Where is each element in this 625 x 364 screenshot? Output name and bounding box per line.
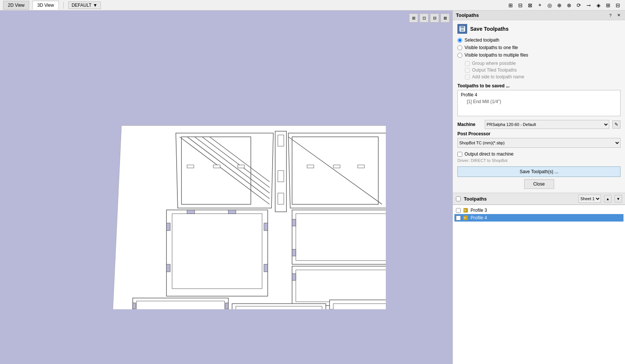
toolbar-icon-6[interactable]: ⊕ xyxy=(555,1,564,9)
output-direct-label: Output direct to machine xyxy=(465,151,514,157)
board-3d-view xyxy=(67,66,386,309)
toolpaths-section-title: Toolpaths xyxy=(464,196,576,202)
machine-select[interactable]: PRSalpha 120-60 - Default xyxy=(485,120,609,129)
toolbar-icon-4[interactable]: ⌖ xyxy=(536,1,544,9)
svg-rect-23 xyxy=(166,223,170,231)
svg-rect-16 xyxy=(358,165,364,168)
machine-row: Machine PRSalpha 120-60 - Default ✎ xyxy=(457,120,621,129)
svg-rect-10 xyxy=(238,165,244,168)
checkbox-label-3: Add side to toolpath name xyxy=(472,74,524,79)
toolpath-name-profile4: Profile 4 xyxy=(471,215,487,220)
checkbox-label-1: Group where possible xyxy=(472,61,516,66)
help-icon[interactable]: ? xyxy=(607,12,614,19)
svg-rect-27 xyxy=(187,210,195,214)
tab-2d[interactable]: 2D View xyxy=(3,1,29,10)
toolpaths-to-save-label: Toolpaths to be saved ... xyxy=(457,83,621,88)
svg-rect-24 xyxy=(166,264,170,272)
svg-rect-9 xyxy=(213,165,220,168)
output-direct-row: Output direct to machine xyxy=(457,151,621,157)
checkbox-output-tiled[interactable]: Output Tiled Toolpaths xyxy=(465,67,621,73)
toolbar-icon-2[interactable]: ⊟ xyxy=(516,1,525,9)
panel-header-icons: ? ✕ xyxy=(607,12,622,19)
post-processor-label: Post Processor xyxy=(457,131,621,136)
close-button[interactable]: Close xyxy=(524,179,554,189)
svg-rect-19 xyxy=(278,171,284,182)
svg-rect-41 xyxy=(133,303,136,309)
sheet-select[interactable]: Sheet 1 xyxy=(579,195,601,203)
svg-rect-37 xyxy=(292,274,296,280)
save-toolpaths-icon xyxy=(457,24,467,34)
toolpaths-list-box: Profile 4 [1] End Mill (1/4") xyxy=(457,90,621,116)
toolpaths-list: ⟳ Profile 3 ⟳ Profile 4 xyxy=(453,205,625,364)
right-panel: Toolpaths ? ✕ Save Toolpaths Selected to… xyxy=(453,10,625,364)
arrow-down-button[interactable]: ▼ xyxy=(615,195,622,202)
svg-text:⟳: ⟳ xyxy=(464,216,466,220)
svg-rect-8 xyxy=(187,165,194,168)
toolbar-icon-10[interactable]: ◈ xyxy=(594,1,603,9)
save-toolpaths-title: Save Toolpaths xyxy=(470,26,508,32)
toolpath-item-profile4: Profile 4 xyxy=(459,92,619,98)
default-dropdown[interactable]: DEFAULT ▼ xyxy=(68,1,101,9)
toolbar-icon-7[interactable]: ⊗ xyxy=(565,1,573,9)
svg-rect-55 xyxy=(460,26,464,28)
radio-label-3: Visible toolpaths to multiple files xyxy=(465,52,528,58)
canvas-area[interactable]: ⊞ ⊡ ⊟ ⊠ xyxy=(0,10,453,364)
svg-rect-25 xyxy=(264,223,268,231)
toolbar-icon-8[interactable]: ⟳ xyxy=(575,1,583,9)
toolpath-checkbox-profile3[interactable] xyxy=(456,208,461,213)
svg-text:⟳: ⟳ xyxy=(464,209,466,212)
save-toolpaths-section: Save Toolpaths Selected toolpath Visible… xyxy=(453,20,625,193)
save-toolpaths-button[interactable]: Save Toolpath(s) ... xyxy=(457,166,621,177)
close-panel-icon[interactable]: ✕ xyxy=(615,12,622,19)
output-direct-checkbox[interactable] xyxy=(457,152,462,157)
machine-label: Machine xyxy=(457,122,482,127)
toolbar-icon-9[interactable]: ⊸ xyxy=(585,1,593,9)
machine-edit-button[interactable]: ✎ xyxy=(612,120,621,129)
radio-selected-toolpath[interactable]: Selected toolpath xyxy=(457,37,621,43)
toolpath-name-profile3: Profile 3 xyxy=(471,208,487,213)
chevron-down-icon: ▼ xyxy=(93,3,97,8)
svg-rect-14 xyxy=(307,165,314,168)
toolbar-icon-5[interactable]: ◎ xyxy=(546,1,554,9)
toolbar-icons: ⊞ ⊟ ⊠ ⌖ ◎ ⊕ ⊗ ⟳ ⊸ ◈ ⊞ ⊟ xyxy=(507,1,622,9)
arrow-up-button[interactable]: ▲ xyxy=(604,195,612,202)
main-layout: ⊞ ⊡ ⊟ ⊠ xyxy=(0,10,625,364)
canvas-icon-2[interactable]: ⊡ xyxy=(420,13,429,22)
svg-rect-18 xyxy=(278,135,284,146)
toolbar-icon-11[interactable]: ⊞ xyxy=(604,1,612,9)
toolbar-icon-3[interactable]: ⊠ xyxy=(526,1,534,9)
svg-rect-56 xyxy=(461,29,464,31)
svg-rect-26 xyxy=(264,264,268,272)
toolpaths-section-header: Toolpaths Sheet 1 ▲ ▼ xyxy=(453,193,625,205)
driver-text: Driver: DIRECT to ShopBot xyxy=(457,158,621,163)
toolpath-checkbox-profile4[interactable] xyxy=(456,216,461,220)
svg-rect-20 xyxy=(278,193,284,204)
canvas-toolbar: ⊞ ⊡ ⊟ ⊠ xyxy=(409,13,450,22)
radio-visible-one-file[interactable]: Visible toolpaths to one file xyxy=(457,45,621,50)
canvas-icon-1[interactable]: ⊞ xyxy=(409,13,418,22)
toolpaths-master-checkbox[interactable] xyxy=(456,196,461,201)
radio-visible-multiple-files[interactable]: Visible toolpaths to multiple files xyxy=(457,52,621,58)
checkbox-group-where-possible[interactable]: Group where possible xyxy=(465,61,621,66)
post-processor-select[interactable]: ShopBot TC (mm)(*.sbp) xyxy=(457,138,621,148)
svg-rect-29 xyxy=(292,210,386,264)
panel-header: Toolpaths ? ✕ xyxy=(453,10,625,20)
svg-rect-39 xyxy=(133,298,228,309)
tab-3d[interactable]: 3D View xyxy=(32,1,58,10)
svg-rect-31 xyxy=(292,219,296,226)
checkbox-add-side[interactable]: Add side to toolpath name xyxy=(465,74,621,79)
toolbar-icon-1[interactable]: ⊞ xyxy=(507,1,515,9)
separator xyxy=(63,2,64,9)
toolpath-icon-profile4: ⟳ xyxy=(463,215,468,220)
toolbar-icon-12[interactable]: ⊟ xyxy=(614,1,622,9)
svg-rect-28 xyxy=(228,210,236,214)
toolpath-row-profile4[interactable]: ⟳ Profile 4 xyxy=(454,214,624,222)
canvas-icon-4[interactable]: ⊠ xyxy=(441,13,450,22)
svg-rect-15 xyxy=(333,165,340,168)
checkbox-group: Group where possible Output Tiled Toolpa… xyxy=(465,61,621,79)
canvas-icon-3[interactable]: ⊟ xyxy=(430,13,439,22)
section-header: Save Toolpaths xyxy=(457,24,621,34)
panel-title: Toolpaths xyxy=(456,12,479,18)
toolpath-row-profile3[interactable]: ⟳ Profile 3 xyxy=(454,207,624,214)
svg-rect-21 xyxy=(166,210,268,296)
